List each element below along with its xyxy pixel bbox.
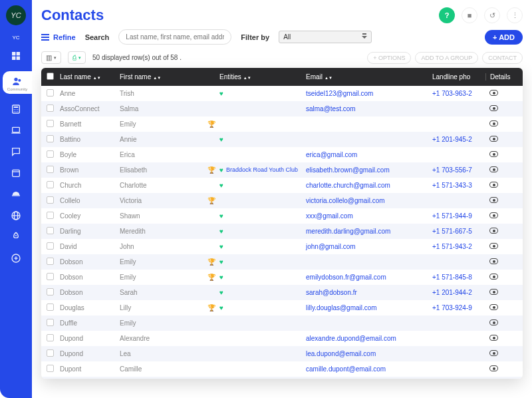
table-row[interactable]: BoyleEricaerica@gmail.com bbox=[41, 147, 523, 162]
add-button[interactable]: + ADD bbox=[485, 30, 523, 45]
table-row[interactable]: DupontClementclement.dupont@email.com bbox=[41, 377, 523, 379]
row-checkbox[interactable] bbox=[47, 212, 54, 219]
cell-email[interactable]: salma@test.com bbox=[306, 105, 432, 112]
cell-details[interactable] bbox=[485, 212, 513, 220]
cell-details[interactable] bbox=[485, 151, 513, 158]
cell-phone[interactable]: +1 703-556-7 bbox=[432, 166, 485, 174]
entity-link[interactable]: Braddock Road Youth Club bbox=[226, 166, 298, 174]
table-row[interactable]: ChurchCharlotte♥charlotte.church@gmail.c… bbox=[41, 178, 523, 193]
row-checkbox[interactable] bbox=[47, 104, 54, 112]
table-row[interactable]: BrownElisabeth🏆♥Braddock Road Youth Club… bbox=[41, 162, 523, 178]
table-row[interactable]: DouglasLilly🏆♥lilly.douglas@gmail.com+1 … bbox=[41, 300, 523, 315]
cell-details[interactable] bbox=[485, 350, 513, 357]
cell-details[interactable] bbox=[485, 228, 513, 235]
cell-details[interactable] bbox=[485, 319, 513, 327]
search-input[interactable] bbox=[118, 29, 231, 45]
nav-chat-icon[interactable] bbox=[10, 146, 22, 158]
cell-email[interactable]: alexandre.dupond@email.com bbox=[306, 335, 432, 342]
row-checkbox[interactable] bbox=[47, 334, 54, 341]
col-email[interactable]: Email▲▼ bbox=[306, 73, 432, 81]
row-checkbox[interactable] bbox=[47, 227, 54, 234]
row-checkbox[interactable] bbox=[47, 288, 54, 296]
cell-details[interactable] bbox=[485, 105, 513, 112]
cell-email[interactable]: xxx@gmail.com bbox=[306, 212, 432, 220]
cell-phone[interactable]: +1 571-943-2 bbox=[432, 243, 485, 250]
more-icon[interactable]: ⋮ bbox=[507, 7, 523, 23]
table-row[interactable]: DupontCamillecamille.dupont@email.com bbox=[41, 361, 523, 377]
cell-phone[interactable]: +1 571-343-3 bbox=[432, 182, 485, 189]
table-row[interactable]: DupondLealea.dupond@email.com bbox=[41, 346, 523, 361]
row-checkbox[interactable] bbox=[47, 303, 54, 311]
table-row[interactable]: DuffleEmily bbox=[41, 315, 523, 331]
table-row[interactable]: DobsonEmily🏆♥ bbox=[41, 254, 523, 270]
nav-food-icon[interactable] bbox=[10, 188, 22, 200]
nav-dashboard-icon[interactable] bbox=[10, 50, 22, 62]
row-checkbox[interactable] bbox=[47, 365, 54, 372]
table-row[interactable]: DavidJohn♥john@gmail.com+1 571-943-2 bbox=[41, 239, 523, 254]
cell-email[interactable]: john@gmail.com bbox=[306, 243, 432, 250]
row-checkbox[interactable] bbox=[47, 319, 54, 326]
table-row[interactable]: BattinoAnnie♥+1 201-945-2 bbox=[41, 132, 523, 147]
cell-details[interactable] bbox=[485, 365, 513, 373]
row-checkbox[interactable] bbox=[47, 258, 54, 265]
col-first[interactable]: First name▲▼ bbox=[120, 73, 219, 81]
add-to-group-button[interactable]: ADD TO A GROUP bbox=[415, 52, 478, 64]
row-checkbox[interactable] bbox=[47, 273, 54, 280]
cell-email[interactable]: victoria.collelo@gmail.com bbox=[306, 197, 432, 204]
table-row[interactable]: AnneTrish♥tseidel123@gmail.com+1 703-963… bbox=[41, 86, 523, 101]
row-checkbox[interactable] bbox=[47, 120, 54, 127]
cell-email[interactable]: erica@gmail.com bbox=[306, 151, 432, 158]
row-checkbox[interactable] bbox=[47, 349, 54, 357]
row-checkbox[interactable] bbox=[47, 181, 54, 188]
nav-community[interactable]: Community bbox=[3, 71, 32, 94]
nav-calendar-icon[interactable] bbox=[10, 167, 22, 179]
cell-phone[interactable]: +1 571-845-8 bbox=[432, 274, 485, 281]
nav-calculator-icon[interactable] bbox=[10, 103, 22, 115]
col-last[interactable]: Last name▲▼ bbox=[60, 73, 120, 81]
cell-details[interactable] bbox=[485, 166, 513, 174]
row-checkbox[interactable] bbox=[47, 150, 54, 158]
org-logo[interactable]: YC bbox=[6, 5, 26, 25]
cell-phone[interactable]: +1 201-944-2 bbox=[432, 289, 485, 296]
video-icon[interactable]: ■ bbox=[462, 7, 477, 23]
cell-details[interactable] bbox=[485, 197, 513, 204]
cell-email[interactable]: lilly.douglas@gmail.com bbox=[306, 304, 432, 311]
cell-email[interactable]: meredith.darling@gmail.com bbox=[306, 228, 432, 235]
print-button[interactable]: ⎙▾ bbox=[68, 51, 86, 64]
cell-details[interactable] bbox=[485, 335, 513, 342]
cell-details[interactable] bbox=[485, 120, 513, 128]
row-checkbox[interactable] bbox=[47, 242, 54, 250]
row-checkbox[interactable] bbox=[47, 135, 54, 142]
col-entities[interactable]: Entities▲▼ bbox=[219, 73, 306, 81]
cell-phone[interactable]: +1 571-667-5 bbox=[432, 228, 485, 235]
table-row[interactable]: BarnettEmily🏆 bbox=[41, 116, 523, 132]
row-checkbox[interactable] bbox=[47, 166, 54, 173]
table-row[interactable]: DupondAlexandrealexandre.dupond@email.co… bbox=[41, 331, 523, 346]
cell-details[interactable] bbox=[485, 258, 513, 266]
contact-button[interactable]: CONTACT bbox=[482, 52, 523, 64]
table-row[interactable]: DarlingMeredith♥meredith.darling@gmail.c… bbox=[41, 224, 523, 239]
refresh-icon[interactable]: ↺ bbox=[484, 7, 500, 23]
nav-plus-icon[interactable] bbox=[10, 252, 22, 264]
nav-laptop-icon[interactable] bbox=[10, 124, 22, 136]
cell-email[interactable]: tseidel123@gmail.com bbox=[306, 90, 432, 97]
cell-phone[interactable]: +1 571-944-9 bbox=[432, 212, 485, 220]
cell-email[interactable]: emilydobson.fr@gmail.com bbox=[306, 274, 432, 281]
cell-details[interactable] bbox=[485, 304, 513, 311]
cell-details[interactable] bbox=[485, 289, 513, 296]
cell-details[interactable] bbox=[485, 136, 513, 143]
cell-phone[interactable]: +1 703-963-2 bbox=[432, 90, 485, 97]
col-phone[interactable]: Landline pho bbox=[432, 73, 485, 81]
table-row[interactable]: AssoConnectSalmasalma@test.com bbox=[41, 101, 523, 116]
filter-select[interactable]: All bbox=[279, 31, 372, 43]
cell-details[interactable] bbox=[485, 90, 513, 97]
nav-globe-icon[interactable] bbox=[10, 210, 22, 222]
row-checkbox[interactable] bbox=[47, 89, 54, 97]
cell-email[interactable]: charlotte.church@gmail.com bbox=[306, 182, 432, 189]
table-row[interactable]: DobsonEmily🏆♥emilydobson.fr@gmail.com+1 … bbox=[41, 270, 523, 285]
cell-email[interactable]: sarah@dobson.fr bbox=[306, 289, 432, 296]
cell-phone[interactable]: +1 201-945-2 bbox=[432, 136, 485, 143]
table-row[interactable]: DobsonSarah♥sarah@dobson.fr+1 201-944-2 bbox=[41, 285, 523, 300]
select-all-checkbox[interactable] bbox=[47, 73, 54, 80]
help-icon[interactable]: ? bbox=[439, 7, 455, 23]
